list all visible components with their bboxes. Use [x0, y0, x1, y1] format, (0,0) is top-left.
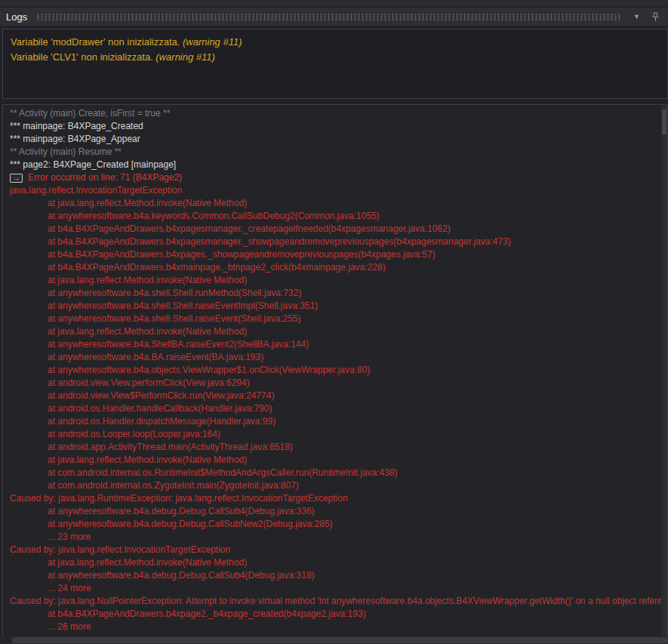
stack-trace-line: at anywheresoftware.b4a.BA.raiseEvent(BA… [10, 351, 660, 364]
stack-trace-line: ... 24 more [10, 582, 660, 595]
stack-trace-line: at anywheresoftware.b4a.ShellBA.raiseEve… [10, 338, 660, 351]
log-line: *** page2: B4XPage_Created [mainpage] [10, 159, 660, 171]
vertical-scrollbar-thumb[interactable] [662, 109, 666, 134]
log-line: ** Activity (main) Resume ** [10, 146, 660, 159]
stack-trace-line: at com.android.internal.os.RuntimeInit$M… [10, 467, 660, 479]
log-output-panel: ** Activity (main) Create, isFirst = tru… [2, 104, 668, 636]
warnings-panel: Variabile 'modDrawer' non inizializzata.… [2, 29, 668, 99]
stack-trace-line: at java.lang.reflect.Method.invoke(Nativ… [10, 454, 660, 467]
stack-trace-line: at b4a.B4XPageAndDrawers.b4xpagesmanager… [10, 223, 660, 236]
panel-title: Logs [6, 11, 27, 23]
pin-icon[interactable] [649, 11, 662, 23]
stack-trace-line: at java.lang.reflect.Method.invoke(Nativ… [10, 197, 660, 210]
log-line: *** mainpage: B4XPage_Created [10, 120, 660, 133]
log-line: ** Activity (main) Create, isFirst = tru… [10, 107, 660, 120]
goto-error-icon[interactable]: → [10, 174, 23, 183]
stack-trace-line: at anywheresoftware.b4a.objects.ViewWrap… [10, 364, 660, 377]
chevron-down-icon[interactable]: ▼ [630, 12, 643, 22]
warning-note: (warning #11) [155, 51, 215, 63]
stack-trace-line: at android.os.Looper.loop(Looper.java:16… [10, 428, 660, 441]
stack-trace-line: at b4a.B4XPageAndDrawers.b4xpage2._b4xpa… [10, 608, 660, 621]
stack-trace-line: ... 23 more [10, 531, 660, 544]
warning-text: Variabile 'modDrawer' non inizializzata. [11, 36, 183, 48]
stack-trace-line: at android.view.View$PerformClick.run(Vi… [10, 390, 660, 402]
scrollbar-corner [0, 637, 11, 643]
horizontal-scrollbar[interactable] [0, 636, 668, 644]
stack-trace-line: at android.view.View.performClick(View.j… [10, 377, 660, 390]
stack-trace-line: at anywheresoftware.b4a.keywords.Common.… [10, 210, 660, 223]
stack-trace-line: at com.android.internal.os.ZygoteInit.ma… [10, 479, 660, 492]
stack-trace-line: at anywheresoftware.b4a.debug.Debug.Call… [10, 505, 660, 518]
stack-trace-line: java.lang.reflect.InvocationTargetExcept… [10, 184, 660, 197]
stack-trace-line: at java.lang.reflect.Method.invoke(Nativ… [10, 325, 660, 338]
log-pre-lines: ** Activity (main) Create, isFirst = tru… [10, 107, 660, 171]
stack-trace-line: Caused by: java.lang.NullPointerExceptio… [10, 595, 660, 608]
error-occurred-link[interactable]: → Error occurred on line: 71 (B4XPage2) [10, 171, 660, 184]
stack-trace-line: at java.lang.reflect.Method.invoke(Nativ… [10, 274, 660, 287]
stack-trace-line: at anywheresoftware.b4a.shell.Shell.rais… [10, 313, 660, 325]
stack-trace-line: at b4a.B4XPageAndDrawers.b4xpages._showp… [10, 248, 660, 261]
stack-trace-line: Caused by: java.lang.reflect.InvocationT… [10, 544, 660, 556]
stack-trace-line: at android.os.Handler.dispatchMessage(Ha… [10, 415, 660, 428]
warning-text: Variabile 'CLV1' non inizializzata. [11, 51, 155, 63]
stack-trace-line: Caused by: java.lang.RuntimeException: j… [10, 492, 660, 505]
stack-trace-line: at android.os.Handler.handleCallback(Han… [10, 402, 660, 415]
log-line: *** mainpage: B4XPage_Appear [10, 133, 660, 146]
stack-trace-line: at anywheresoftware.b4a.shell.Shell.runM… [10, 287, 660, 300]
panel-grip-dots[interactable] [36, 14, 621, 21]
stack-trace-line: at b4a.B4XPageAndDrawers.b4xmainpage._bt… [10, 261, 660, 274]
stack-trace-line: ... 26 more [10, 621, 660, 633]
vertical-scrollbar[interactable] [661, 106, 667, 636]
stack-trace-line: at anywheresoftware.b4a.shell.Shell.rais… [10, 300, 660, 313]
warning-message[interactable]: Variabile 'CLV1' non inizializzata. (war… [11, 50, 660, 65]
logs-panel-header: Logs ▼ [0, 8, 668, 26]
window-top-strip [0, 0, 668, 8]
stack-trace-line: at android.app.ActivityThread.main(Activ… [10, 441, 660, 454]
stack-trace: java.lang.reflect.InvocationTargetExcept… [10, 184, 660, 633]
stack-trace-line: at b4a.B4XPageAndDrawers.b4xpagesmanager… [10, 236, 660, 248]
warning-note: (warning #11) [183, 36, 242, 48]
stack-trace-line: at anywheresoftware.b4a.debug.Debug.Call… [10, 518, 660, 531]
stack-trace-line: at java.lang.reflect.Method.invoke(Nativ… [10, 556, 660, 569]
stack-trace-line: at anywheresoftware.b4a.debug.Debug.Call… [10, 569, 660, 582]
warning-message[interactable]: Variabile 'modDrawer' non inizializzata.… [11, 35, 660, 50]
horizontal-scrollbar-thumb[interactable] [12, 637, 668, 643]
error-link-text: Error occurred on line: 71 (B4XPage2) [28, 171, 182, 184]
